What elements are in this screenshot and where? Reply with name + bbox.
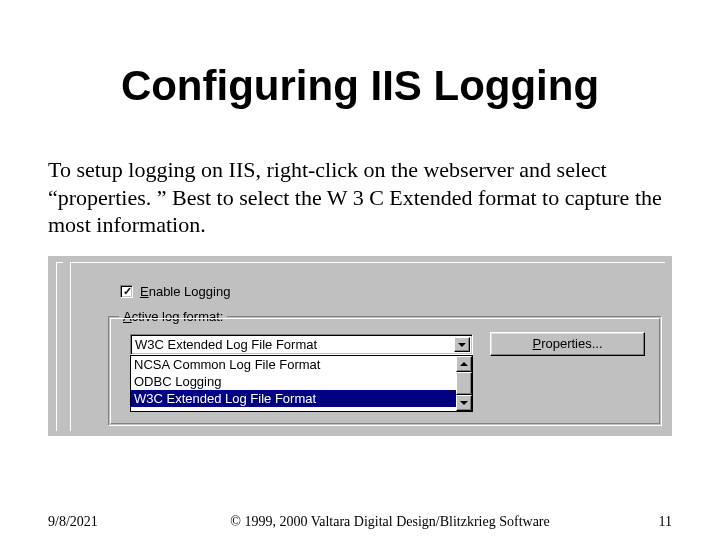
log-format-option-selected[interactable]: W3C Extended Log File Format — [131, 390, 472, 407]
chevron-up-icon — [460, 362, 468, 366]
enable-logging-row: ✓ Enable Logging — [120, 284, 230, 299]
iis-dialog-screenshot: ✓ Enable Logging Active log format: W3C … — [48, 256, 672, 436]
dropdown-scrollbar[interactable] — [456, 356, 472, 411]
combobox-dropdown-button[interactable] — [454, 337, 470, 352]
footer-date: 9/8/2021 — [48, 514, 168, 530]
scrollbar-thumb[interactable] — [456, 372, 472, 395]
scrollbar-down-button[interactable] — [456, 395, 472, 411]
slide-body-text: To setup logging on IIS, right-click on … — [48, 156, 672, 239]
properties-button[interactable]: Properties... — [490, 332, 645, 356]
footer-page-number: 11 — [612, 514, 672, 530]
log-format-option[interactable]: ODBC Logging — [131, 373, 472, 390]
check-mark-icon: ✓ — [123, 285, 132, 298]
panel-border-left — [56, 262, 63, 431]
slide: Configuring IIS Logging To setup logging… — [0, 0, 720, 540]
slide-title: Configuring IIS Logging — [0, 62, 720, 110]
log-format-dropdown-list[interactable]: NCSA Common Log File Format ODBC Logging… — [130, 355, 473, 412]
scrollbar-up-button[interactable] — [456, 356, 472, 372]
enable-logging-label: Enable Logging — [140, 284, 230, 299]
log-format-value: W3C Extended Log File Format — [135, 337, 317, 352]
log-format-combobox[interactable]: W3C Extended Log File Format — [130, 334, 473, 355]
log-format-option[interactable]: NCSA Common Log File Format — [131, 356, 472, 373]
chevron-down-icon — [460, 401, 468, 405]
active-log-format-caption: Active log format: — [119, 309, 227, 324]
footer-copyright: © 1999, 2000 Valtara Digital Design/Blit… — [168, 514, 612, 530]
chevron-down-icon — [458, 343, 466, 347]
enable-logging-checkbox[interactable]: ✓ — [120, 285, 133, 298]
slide-footer: 9/8/2021 © 1999, 2000 Valtara Digital De… — [48, 514, 672, 530]
